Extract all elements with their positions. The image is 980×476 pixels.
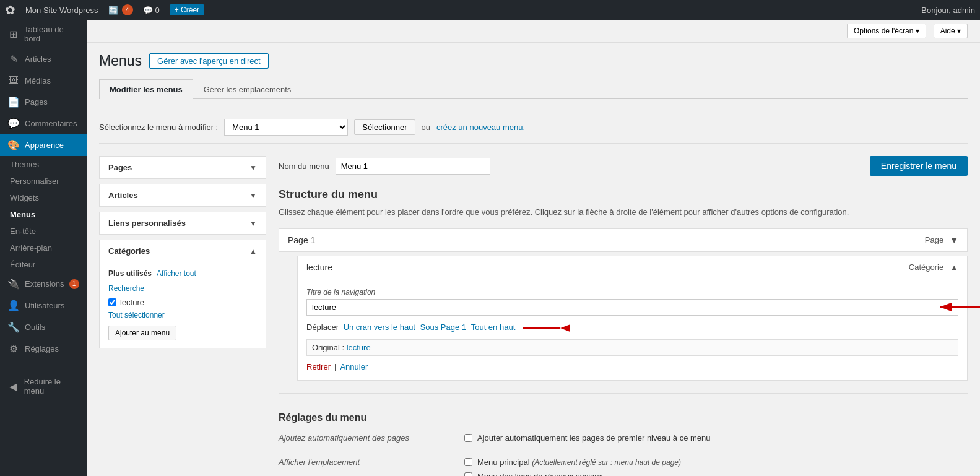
sidebar-item-utilisateurs[interactable]: 👤 Utilisateurs (0, 295, 87, 316)
submenu-personnaliser[interactable]: Personnaliser (0, 173, 87, 189)
apparence-submenu: Thèmes Personnaliser Widgets Menus En-tê… (0, 156, 87, 273)
new-menu-link[interactable]: créez un nouveau menu. (436, 123, 525, 132)
menu-selector-select[interactable]: Menu 1 (224, 119, 348, 136)
accordion-pages-header[interactable]: Pages ▼ (100, 157, 266, 178)
medias-icon: 🖼 (7, 75, 20, 86)
original-row: Original : lecture (306, 339, 958, 356)
accordion-pages-arrow: ▼ (249, 163, 257, 172)
move-under-link[interactable]: Sous Page 1 (420, 322, 466, 332)
sidebar-item-medias[interactable]: 🖼 Médias (0, 70, 87, 91)
submenu-widgets[interactable]: Widgets (0, 189, 87, 206)
filter-tab-plus-utilises[interactable]: Plus utilisés (108, 269, 152, 278)
menu-item-page1[interactable]: Page 1 Page ▼ (279, 228, 968, 252)
live-preview-button[interactable]: Gérer avec l'aperçu en direct (149, 53, 269, 69)
create-button[interactable]: + Créer (170, 4, 204, 15)
comments-count: 0 (155, 6, 160, 15)
sidebar-item-commentaires[interactable]: 💬 Commentaires (0, 113, 87, 134)
menu-item-lecture-type: Catégorie (909, 262, 943, 272)
menu-name-label: Nom du menu (279, 162, 329, 171)
menu-item-lecture-header[interactable]: lecture Catégorie ▲ (298, 256, 967, 279)
sidebar-label-medias: Médias (25, 76, 51, 85)
action-separator: | (334, 362, 336, 371)
settings-auto-pages-label: Ajoutez automatiquement des pages (279, 433, 452, 443)
help-button[interactable]: Aide ▾ (934, 24, 968, 38)
menu-item-lecture-arrow[interactable]: ▲ (950, 262, 958, 272)
original-box: Original : lecture (306, 339, 958, 356)
sidebar-item-articles[interactable]: ✎ Articles (0, 48, 87, 70)
or-text: ou (422, 123, 430, 132)
tab-gerer[interactable]: Gérer les emplacements (193, 79, 302, 99)
accordion-pages: Pages ▼ (99, 156, 266, 179)
sidebar-label-extensions: Extensions (25, 279, 64, 288)
remove-link[interactable]: Retirer (306, 362, 331, 371)
commentaires-icon: 💬 (7, 118, 20, 129)
menu-principal-checkbox[interactable] (464, 458, 472, 466)
outils-icon: 🔧 (7, 321, 20, 333)
accordion-articles-header[interactable]: Articles ▼ (100, 184, 266, 206)
nav-title-input[interactable] (306, 299, 958, 316)
updates-icon: 🔄 (108, 6, 118, 15)
red-arrow-indicator (934, 295, 980, 319)
category-lecture-item: lecture (108, 298, 257, 307)
updates-item[interactable]: 🔄 4 (108, 4, 133, 15)
menu-items-panel: Pages ▼ Articles ▼ Liens (99, 156, 266, 476)
cancel-link[interactable]: Annuler (340, 362, 368, 371)
accordion-articles-arrow: ▼ (249, 191, 257, 200)
menu-liens-checkbox[interactable] (464, 472, 472, 477)
updates-badge: 4 (122, 4, 133, 15)
menu-structure-title: Structure du menu (279, 188, 968, 201)
accordion-liens-label: Liens personnalisés (108, 219, 186, 228)
original-link[interactable]: lecture (347, 343, 371, 352)
sidebar-item-tableau-de-bord[interactable]: ⊞ Tableau de bord (0, 20, 87, 48)
add-to-menu-button[interactable]: Ajouter au menu (108, 326, 176, 340)
menu-divider (279, 393, 968, 394)
submenu-arriere-plan[interactable]: Arrière-plan (0, 240, 87, 256)
accordion-categories-header[interactable]: Catégories ▲ (100, 240, 266, 262)
nav-tabs: Modifier les menus Gérer les emplacement… (99, 79, 968, 99)
tab-modifier[interactable]: Modifier les menus (99, 79, 193, 99)
sidebar-item-outils[interactable]: 🔧 Outils (0, 316, 87, 338)
screen-options-button[interactable]: Options de l'écran ▾ (847, 24, 926, 38)
site-name[interactable]: Mon Site Wordpress (25, 6, 98, 15)
extensions-icon: 🔌 (7, 278, 20, 290)
utilisateurs-icon: 👤 (7, 300, 20, 311)
select-menu-button[interactable]: Sélectionner (354, 119, 415, 135)
category-lecture-checkbox[interactable] (108, 298, 116, 306)
menu-item-page1-arrow[interactable]: ▼ (950, 235, 958, 245)
select-all-link[interactable]: Tout sélectionner (108, 311, 257, 319)
menu-name-input[interactable]: Menu 1 (336, 158, 490, 175)
accordion-articles-label: Articles (108, 191, 138, 200)
auto-pages-checkbox[interactable] (464, 434, 472, 442)
comments-icon: 💬 (143, 6, 153, 15)
sidebar-item-pages[interactable]: 📄 Pages (0, 91, 87, 113)
menu-liens-checkbox-row: Menu des liens de réseaux sociaux (464, 472, 968, 477)
articles-icon: ✎ (7, 53, 20, 65)
sidebar-item-apparence[interactable]: 🎨 Apparence (0, 134, 87, 156)
submenu-en-tete[interactable]: En-tête (0, 223, 87, 240)
filter-search-link[interactable]: Recherche (108, 284, 257, 293)
move-up-link[interactable]: Un cran vers le haut (344, 322, 415, 332)
submenu-editeur[interactable]: Éditeur (0, 256, 87, 273)
settings-row-auto-pages: Ajoutez automatiquement des pages Ajoute… (279, 433, 968, 448)
filter-tab-afficher-tout[interactable]: Afficher tout (157, 269, 196, 278)
accordion-categories-body: Plus utilisés Afficher tout Recherche le… (100, 262, 266, 348)
accordion-liens-header[interactable]: Liens personnalisés ▼ (100, 212, 266, 234)
category-lecture-label: lecture (120, 298, 144, 307)
nav-title-label: Titre de la navigation (306, 288, 958, 296)
sidebar-item-extensions[interactable]: 🔌 Extensions 1 (0, 273, 87, 295)
settings-auto-pages-content: Ajouter automatiquement les pages de pre… (464, 433, 968, 448)
sidebar-item-reduire[interactable]: ◀ Réduire le menu (0, 372, 87, 400)
extensions-badge: 1 (69, 279, 79, 289)
sidebar-item-reglages[interactable]: ⚙ Réglages (0, 338, 87, 360)
submenu-themes[interactable]: Thèmes (0, 156, 87, 173)
move-top-link[interactable]: Tout en haut (471, 322, 516, 332)
admin-bar: ✿ Mon Site Wordpress 🔄 4 💬 0 + Créer Bon… (0, 0, 980, 20)
accordion-articles: Articles ▼ (99, 184, 266, 207)
page-title-area: Menus Gérer avec l'aperçu en direct (99, 53, 968, 69)
filter-tabs: Plus utilisés Afficher tout (108, 269, 257, 278)
comments-item[interactable]: 💬 0 (143, 6, 160, 15)
save-menu-button[interactable]: Enregistrer le menu (870, 156, 968, 176)
auto-pages-option: Ajouter automatiquement les pages de pre… (477, 433, 711, 443)
submenu-menus[interactable]: Menus (0, 206, 87, 223)
sidebar-label-utilisateurs: Utilisateurs (25, 301, 64, 310)
